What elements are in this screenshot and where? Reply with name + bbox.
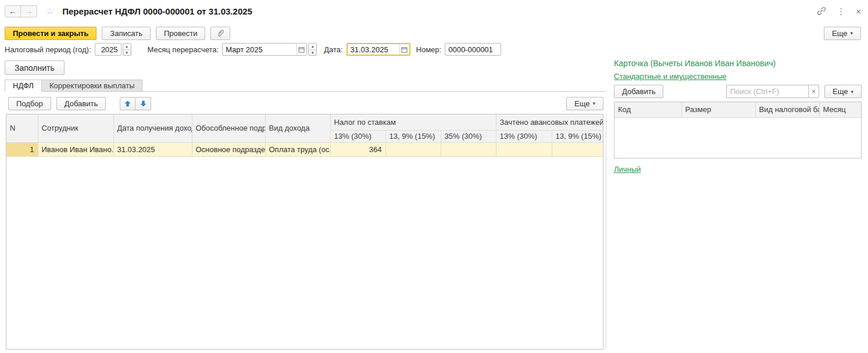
cell-income-type[interactable]: Оплата труда (ос... xyxy=(265,142,330,156)
tab-divider xyxy=(5,91,606,92)
col-group-tax-by-rates: Налог по ставкам xyxy=(330,114,496,130)
col-header-n: N xyxy=(6,114,38,142)
col-header-division: Обособленное подр... xyxy=(192,114,265,142)
tax-period-spinner: ▴ ▾ xyxy=(123,43,131,56)
paperclip-icon xyxy=(216,29,224,37)
cell-tax-13[interactable]: 364 xyxy=(330,142,385,156)
date-label: Дата: xyxy=(324,45,342,54)
tab-payment-adjustments[interactable]: Корректировки выплаты xyxy=(42,80,143,92)
personal-link[interactable]: Личный xyxy=(614,165,641,174)
cell-tax-13-9[interactable] xyxy=(385,142,441,156)
close-icon[interactable]: × xyxy=(856,7,861,16)
post-and-close-button[interactable]: Провести и закрыть xyxy=(5,27,97,40)
number-label: Номер: xyxy=(416,45,442,54)
titlebar-actions: ⋮ × xyxy=(817,6,861,16)
col-group-advances-offset: Зачтено авансовых платежей по ста... xyxy=(496,114,603,130)
recalc-month-label: Месяц перерасчета: xyxy=(148,45,219,54)
deductions-card-panel: Карточка (Вычеты Иванов Иван Иванович) С… xyxy=(614,59,862,174)
chevron-down-icon: ▾ xyxy=(592,100,595,106)
col-header-rate: 13, 9% (15%) xyxy=(552,130,603,142)
clear-search-icon[interactable]: × xyxy=(808,85,819,98)
tax-period-label: Налоговый период (год): xyxy=(5,45,91,54)
deductions-table: Код Размер Вид налоговой базы Месяц xyxy=(614,102,862,159)
col-header-rate: 13% (30%) xyxy=(496,130,552,142)
arrow-up-icon xyxy=(124,100,131,107)
calendar-icon[interactable] xyxy=(399,44,409,55)
more-label: Еще xyxy=(574,99,590,108)
col-header-rate: 13, 9% (15%) xyxy=(385,130,441,142)
table-row: 1 Иванов Иван Ивано... 31.03.2025 Основн… xyxy=(6,142,603,156)
nav-buttons: ← → xyxy=(5,5,37,17)
table-more-button[interactable]: Еще ▾ xyxy=(566,97,603,110)
more-label: Еще xyxy=(832,29,847,38)
page-title: Перерасчет НДФЛ 0000-000001 от 31.03.202… xyxy=(62,6,252,16)
recalc-month-input[interactable] xyxy=(223,44,296,55)
cell-adv-13-9[interactable] xyxy=(552,142,603,156)
get-link-icon[interactable] xyxy=(817,6,826,16)
number-input[interactable] xyxy=(445,44,501,55)
tab-ndfl[interactable]: НДФЛ xyxy=(5,80,42,92)
spin-down-icon[interactable]: ▾ xyxy=(309,50,316,56)
pick-button[interactable]: Подбор xyxy=(8,97,51,110)
tax-period-field-wrap xyxy=(95,43,122,56)
col-header-rate: 35% (30%) xyxy=(441,130,496,142)
back-icon: ← xyxy=(9,6,17,16)
command-bar: Провести и закрыть Записать Провести Еще… xyxy=(5,26,861,40)
card-add-button[interactable]: Добавить xyxy=(614,85,663,98)
col-header-income-date: Дата получения дохода xyxy=(113,114,192,142)
date-field-wrap xyxy=(347,43,410,56)
cell-division[interactable]: Основное подразде... xyxy=(192,142,265,156)
calendar-icon[interactable] xyxy=(297,44,307,55)
table-scroll-lane xyxy=(606,114,606,350)
col-header-month: Месяц xyxy=(819,102,861,117)
forward-button[interactable]: → xyxy=(21,5,37,17)
fill-button[interactable]: Заполнить xyxy=(5,60,65,75)
document-window: ← → ☆ Перерасчет НДФЛ 0000-000001 от 31.… xyxy=(0,0,868,353)
recalc-month-spinner: ▴ ▾ xyxy=(308,43,317,56)
tab-strip: НДФЛ Корректировки выплаты xyxy=(5,80,142,92)
col-header-size: Размер xyxy=(681,102,755,117)
arrow-down-icon xyxy=(140,100,147,107)
card-toolbar: Добавить × Еще ▾ xyxy=(614,85,862,98)
attachments-button[interactable] xyxy=(210,27,230,40)
table-toolbar: Подбор Добавить Еще ▾ xyxy=(8,96,603,110)
chevron-down-icon: ▾ xyxy=(850,30,853,36)
window-menu-icon[interactable]: ⋮ xyxy=(837,7,845,16)
col-header-tax-base-type: Вид налоговой базы xyxy=(755,102,819,117)
post-button[interactable]: Провести xyxy=(156,27,206,40)
spin-up-icon[interactable]: ▴ xyxy=(309,44,316,50)
titlebar: ← → ☆ Перерасчет НДФЛ 0000-000001 от 31.… xyxy=(0,0,868,22)
save-button[interactable]: Записать xyxy=(102,27,151,40)
cell-employee[interactable]: Иванов Иван Ивано... xyxy=(38,142,113,156)
move-down-button[interactable] xyxy=(135,97,151,110)
back-button[interactable]: ← xyxy=(5,5,21,17)
col-header-code: Код xyxy=(615,102,681,117)
col-header-income-type: Вид дохода xyxy=(265,114,330,142)
spin-up-icon[interactable]: ▴ xyxy=(123,44,131,50)
col-header-rate: 13% (30%) xyxy=(330,130,385,142)
add-row-button[interactable]: Добавить xyxy=(56,97,106,110)
search-field-wrap: × xyxy=(726,85,819,98)
recalc-month-field-wrap xyxy=(222,43,307,56)
card-title: Карточка (Вычеты Иванов Иван Иванович) xyxy=(614,59,862,68)
standard-property-deductions-link[interactable]: Стандартные и имущественные xyxy=(614,72,727,81)
forward-icon: → xyxy=(25,6,33,16)
number-field-wrap xyxy=(445,43,501,56)
tax-period-input[interactable] xyxy=(95,44,121,55)
cell-tax-35[interactable] xyxy=(441,142,496,156)
more-label: Еще xyxy=(833,87,848,96)
search-input[interactable] xyxy=(726,85,808,98)
cell-n[interactable]: 1 xyxy=(6,142,38,156)
spin-down-icon[interactable]: ▾ xyxy=(123,50,131,56)
date-input[interactable] xyxy=(348,44,399,55)
card-more-button[interactable]: Еще ▾ xyxy=(824,85,862,98)
cell-income-date[interactable]: 31.03.2025 xyxy=(113,142,192,156)
chevron-down-icon: ▾ xyxy=(851,89,853,95)
favorite-star-icon[interactable]: ☆ xyxy=(45,5,54,17)
ndfl-table: N Сотрудник Дата получения дохода Обособ… xyxy=(6,114,603,350)
move-up-button[interactable] xyxy=(120,97,135,110)
form-more-button[interactable]: Еще ▾ xyxy=(824,27,861,40)
header-fields: Налоговый период (год): ▴ ▾ Месяц перера… xyxy=(5,43,501,56)
move-row-buttons xyxy=(120,97,151,110)
cell-adv-13[interactable] xyxy=(496,142,552,156)
